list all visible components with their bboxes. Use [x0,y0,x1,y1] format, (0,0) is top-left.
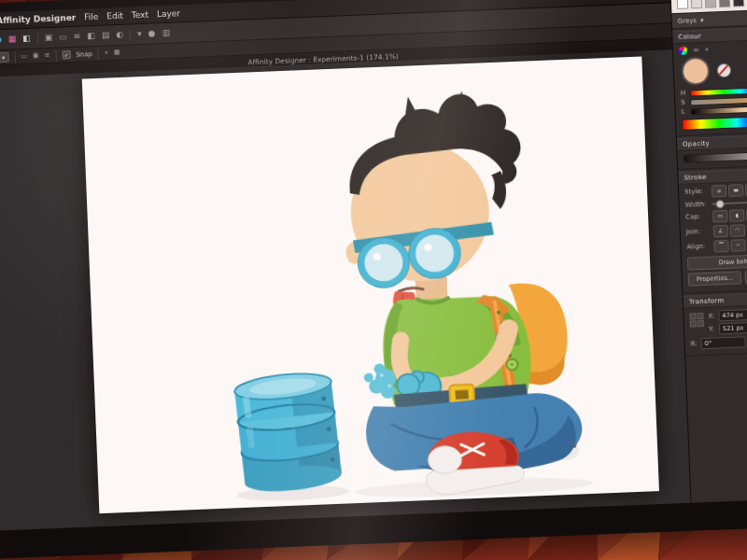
properties-button[interactable]: Properties... [688,271,742,286]
context-icon[interactable]: ≡ [44,52,49,59]
tools-panel: ▲ ⌖ ◻ ○ T ≡ ◇ [0,80,18,531]
context-icon[interactable]: ▣ [33,52,39,59]
recent-swatch[interactable] [691,0,702,8]
recent-swatch[interactable] [677,0,688,9]
x-value-field[interactable]: 474 px [718,307,747,321]
current-stroke-swatch[interactable] [717,63,732,77]
database-icon [233,370,343,496]
toolbar-icon[interactable]: ◐ [116,31,123,39]
context-icon[interactable]: ▦ [114,49,120,56]
stroke-width-knob[interactable] [715,200,724,208]
saturation-label: S [681,99,686,106]
snap-label: Snap [76,50,92,59]
menu-item-layer[interactable]: Layer [157,8,180,19]
hue-label: H [681,90,686,97]
chevron-down-icon: ▾ [700,16,704,23]
cap-butt-button[interactable]: ▭ [712,209,728,222]
sliders-icon[interactable]: ≡ [693,47,699,54]
current-fill-swatch[interactable] [681,57,710,86]
y-label: Y: [709,326,716,333]
toolbar-icon[interactable]: ● [148,29,155,37]
toolbar-icon[interactable]: ▾ [137,30,142,38]
eyedropper-icon[interactable]: ⌖ [705,46,710,53]
toolbar-icon[interactable]: ▤ [102,31,110,39]
toolbar-separator [130,29,131,40]
toolbar-icon[interactable]: ▥ [162,29,170,37]
menu-item-edit[interactable]: Edit [106,11,123,21]
lightness-slider[interactable] [691,105,747,115]
hue-slider[interactable] [690,86,747,96]
recent-swatch[interactable] [719,0,730,7]
draw-behind-fill-button[interactable]: Draw behind fill [687,253,747,271]
recent-swatch[interactable] [733,0,744,7]
opacity-slider[interactable] [684,150,747,163]
join-round-button[interactable]: ◠ [730,224,746,237]
context-icon[interactable]: ⌖ [105,49,108,56]
cap-label: Cap: [685,213,710,221]
artboard-canvas[interactable] [82,56,659,513]
join-miter-button[interactable]: ∠ [713,224,729,237]
toolbar-separator [37,33,38,44]
align-centre-button[interactable]: ─ [730,239,746,252]
chevron-down-icon: ▾ [2,53,6,61]
opacity-header: Opacity [677,133,747,151]
color-wheel-icon[interactable] [679,47,687,55]
stroke-width-slider[interactable] [712,200,747,205]
rotation-label: R: [691,340,698,347]
anchor-selector[interactable] [689,313,704,336]
menu-item-text[interactable]: Text [132,10,149,21]
photo-of-monitor: Affinity Designer File Edit Text Layer ▲… [0,0,747,560]
greys-label: Greys [678,17,698,25]
stroke-style-none-button[interactable]: ⌀ [712,184,727,197]
toolbar-icon[interactable]: ◧ [87,32,95,40]
stroke-section: Stroke Style: ⌀ ▬ ┄ Width: C [678,165,747,294]
y-value-field[interactable]: 521 px [719,320,747,334]
workspace: ▲ ⌖ ◻ ○ T ≡ ◇ [0,49,691,531]
cap-round-button[interactable]: ◖ [729,209,745,222]
character-artwork[interactable] [82,56,659,513]
toolbar-separator [98,48,99,59]
toolbar-separator [14,51,15,63]
app-menu[interactable]: Affinity Designer [0,13,77,25]
screen: Affinity Designer File Edit Text Layer ▲… [0,0,747,531]
toolbar-icon[interactable]: ≡ [74,33,81,41]
colour-section: Colour ≡ ⌖ H S L [672,24,747,136]
persona-icon[interactable]: ◧ [22,35,31,43]
persona-icon[interactable]: ◑ [0,35,2,44]
recent-swatch[interactable] [705,0,716,8]
align-inside-button[interactable]: ▔ [713,239,729,252]
snap-checkbox[interactable]: ✓ [62,50,70,59]
menu-item-file[interactable]: File [84,12,98,22]
lightness-label: L [682,108,687,116]
style-label: Style: [684,188,709,196]
x-label: X: [708,313,715,320]
transform-section: Transform X: 474 px Y: 521 [684,289,747,357]
toolbar-separator [55,49,56,61]
context-icon[interactable]: ▭ [21,53,27,60]
toolbar-icon[interactable]: ▣ [45,34,53,42]
toolbar-icon[interactable]: ▭ [59,33,67,41]
align-label: Align: [686,243,711,251]
width-label: Width: [685,200,710,208]
opacity-section: Opacity [677,132,747,170]
context-dropdown[interactable]: ▾ [0,52,8,63]
spectrum-strip[interactable] [682,115,747,131]
stroke-style-solid-button[interactable]: ▬ [728,184,744,197]
monitor-bezel: Affinity Designer File Edit Text Layer ▲… [0,0,747,559]
join-label: Join: [686,228,711,236]
saturation-slider[interactable] [690,95,747,105]
persona-icon[interactable]: ▦ [8,35,17,43]
rotation-value-field[interactable]: 0° [700,336,745,349]
